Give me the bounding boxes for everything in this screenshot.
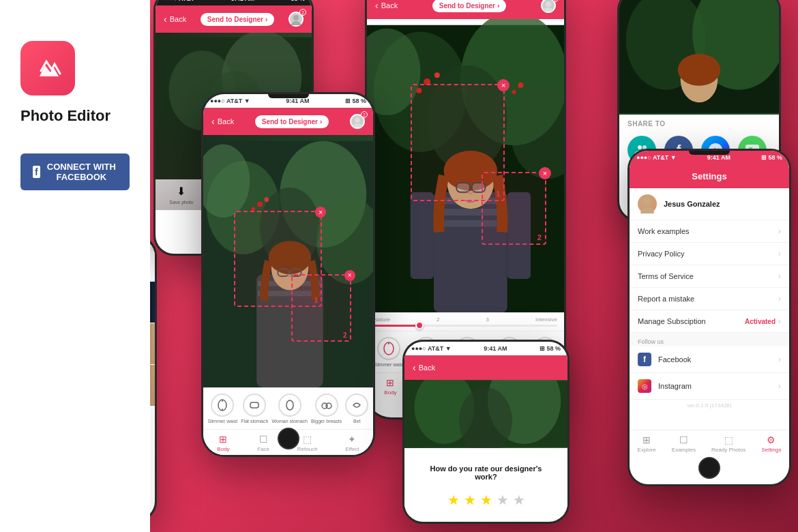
tool-save[interactable]: ⬇ Save photo bbox=[169, 185, 193, 205]
phone-notch bbox=[689, 151, 730, 155]
facebook-settings-label: Facebook bbox=[658, 355, 691, 364]
back-button[interactable]: ‹ Back bbox=[375, 0, 398, 11]
effect-label: Effect bbox=[345, 446, 359, 452]
back-button[interactable]: ‹ Back bbox=[413, 362, 435, 373]
slimmer-icon bbox=[211, 394, 234, 417]
follow-us-label: Follow us bbox=[630, 333, 789, 346]
tool-bet[interactable]: Bet bbox=[345, 394, 368, 424]
settings-label: Settings bbox=[762, 447, 782, 453]
star-4[interactable]: ★ bbox=[497, 492, 509, 508]
face-icon: ☐ bbox=[259, 434, 268, 445]
facebook-social-icon: f bbox=[638, 353, 651, 366]
svg-point-49 bbox=[546, 1, 551, 7]
svg-point-15 bbox=[293, 15, 299, 20]
slider-thumb[interactable] bbox=[415, 321, 424, 329]
share-photo bbox=[619, 0, 779, 115]
explore-label: Explore bbox=[638, 447, 656, 453]
rating-stars[interactable]: ★ ★ ★ ★ ★ bbox=[413, 492, 559, 508]
selection-close-2[interactable]: × bbox=[344, 270, 355, 281]
instagram-social-icon: ◎ bbox=[638, 379, 651, 393]
back-button[interactable]: ‹ Back bbox=[211, 116, 234, 127]
tool-bigger-breasts[interactable]: Bigger breasts bbox=[311, 394, 342, 424]
nav-effect[interactable]: ✦ Effect bbox=[345, 434, 359, 452]
avatar[interactable] bbox=[541, 0, 556, 13]
bigger-breasts-icon bbox=[315, 394, 338, 417]
settings-user-row[interactable]: Jesus Gonzalez bbox=[630, 188, 789, 220]
settings-subscription[interactable]: Manage Subsciption Activated › bbox=[630, 310, 789, 333]
bigger-breasts-label: Bigger breasts bbox=[311, 419, 342, 424]
carrier: ●●●○ AT&T ▼ bbox=[210, 98, 250, 104]
send-button[interactable]: Send to Designer › bbox=[432, 0, 507, 12]
slimmer-icon bbox=[377, 337, 400, 360]
badge: 2 bbox=[361, 111, 368, 118]
nav-body-large[interactable]: ⊞ Body bbox=[384, 377, 396, 396]
star-5[interactable]: ★ bbox=[513, 492, 525, 508]
tool-woman-stomach[interactable]: Woman stomach bbox=[272, 394, 308, 424]
nav-explore[interactable]: ⊞ Explore bbox=[638, 434, 656, 453]
settings-terms[interactable]: Terms of Service › bbox=[630, 265, 789, 288]
nav-body[interactable]: ⊞ Body bbox=[217, 434, 229, 452]
nav-examples[interactable]: ☐ Examples bbox=[672, 434, 696, 453]
send-label: Send to Designer bbox=[207, 16, 263, 23]
subscription-label: Manage Subsciption bbox=[638, 317, 706, 325]
back-button[interactable]: ‹ Back bbox=[164, 14, 186, 25]
chevron-icon: › bbox=[778, 355, 781, 364]
terms-label: Terms of Service bbox=[638, 272, 694, 280]
selection-close-large-1[interactable]: × bbox=[497, 79, 509, 91]
settings-instagram[interactable]: ◎ Instagram › bbox=[630, 373, 789, 400]
svg-point-86 bbox=[678, 54, 720, 86]
settings-work-examples[interactable]: Work examples › bbox=[630, 220, 789, 243]
slider-label-right: Intensive bbox=[535, 316, 557, 323]
slider-area: Nature 2 3 Intensive bbox=[367, 312, 564, 331]
svg-point-60 bbox=[512, 90, 516, 94]
carrier: ●●●○ AT&T ▼ bbox=[411, 345, 452, 352]
svg-point-32 bbox=[264, 197, 269, 202]
ready-photos-icon: ⬚ bbox=[724, 434, 733, 445]
edit-main-screen: ●●●○ AT&T ▼ 9:41 AM ⊞ 58 % ‹ Back Send t… bbox=[203, 94, 373, 455]
body-tools-bar: Slimmer waist Flat stomach Woman stomach… bbox=[203, 387, 373, 429]
home-button[interactable] bbox=[278, 428, 299, 449]
time: 9:41 AM bbox=[484, 345, 507, 352]
instagram-settings-label: Instagram bbox=[658, 382, 692, 390]
examples-label: Examples bbox=[672, 447, 696, 453]
tool-flat-stomach[interactable]: Flat stomach bbox=[241, 394, 268, 424]
subscription-right: Activated › bbox=[745, 316, 781, 326]
settings-facebook[interactable]: f Facebook › bbox=[630, 346, 789, 373]
star-3[interactable]: ★ bbox=[480, 492, 492, 508]
svg-point-57 bbox=[434, 72, 440, 78]
facebook-connect-button[interactable]: f CONNECT WITH FACEBOOK bbox=[20, 153, 130, 190]
nav-settings[interactable]: ⚙ Settings bbox=[762, 434, 782, 453]
work-label: Work examples bbox=[638, 227, 690, 235]
settings-report[interactable]: Report a mistake › bbox=[630, 288, 789, 310]
svg-point-87 bbox=[638, 145, 642, 149]
settings-icon: ⚙ bbox=[767, 434, 775, 445]
woman-stomach-icon bbox=[278, 394, 301, 417]
bet-icon bbox=[345, 394, 368, 417]
chevron-icon: › bbox=[778, 381, 781, 391]
nav-face[interactable]: ☐ Face bbox=[257, 434, 269, 452]
tool-slimmer-large[interactable]: Slimmer waist bbox=[374, 337, 404, 367]
battery: ⊞ 58 % bbox=[540, 345, 561, 352]
send-button[interactable]: Send to Designer › bbox=[255, 115, 329, 128]
user-name: Jesus Gonzalez bbox=[664, 200, 720, 208]
slider-label-2: 2 bbox=[437, 316, 439, 323]
center-nav: ‹ Back Send to Designer › 2 bbox=[367, 0, 564, 19]
settings-bottom-nav: ⊞ Explore ☐ Examples ⬚ Ready Photos ⚙ Se… bbox=[630, 430, 789, 457]
home-button[interactable] bbox=[698, 457, 720, 479]
send-to-designer-button[interactable]: Send to Designer › bbox=[201, 13, 275, 26]
star-2[interactable]: ★ bbox=[464, 492, 476, 508]
rating-nav: ‹ Back bbox=[404, 355, 567, 380]
slider-track[interactable] bbox=[374, 325, 557, 327]
explore-icon: ⊞ bbox=[642, 434, 651, 445]
carrier: ●●●○ AT&T ▼ bbox=[636, 154, 677, 161]
selection-close-large-2[interactable]: × bbox=[539, 167, 551, 179]
app-title: Photo Editor bbox=[20, 106, 110, 126]
large-selection-2: × 2 bbox=[482, 172, 546, 246]
star-1[interactable]: ★ bbox=[447, 492, 460, 508]
nav-retouch[interactable]: ⬚ Retouch bbox=[297, 434, 318, 452]
ig-left: ◎ Instagram bbox=[638, 379, 692, 393]
edit-main-nav: ‹ Back Send to Designer › 2 bbox=[203, 108, 373, 135]
nav-ready-photos[interactable]: ⬚ Ready Photos bbox=[711, 434, 745, 453]
tool-slimmer[interactable]: Slimmer waist bbox=[208, 394, 238, 424]
settings-privacy[interactable]: Privacy Policy › bbox=[630, 243, 789, 265]
